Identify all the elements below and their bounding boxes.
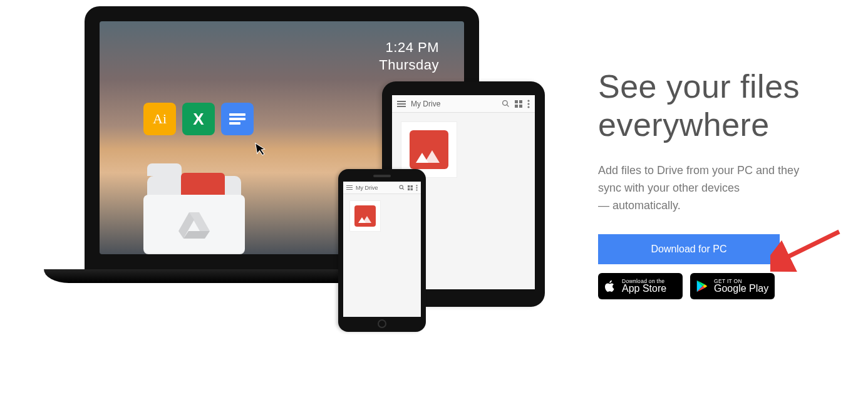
svg-point-3 <box>503 101 508 106</box>
google-play-badge[interactable]: GET IT ON Google Play <box>690 273 775 299</box>
view-grid-icon <box>515 100 522 108</box>
illustrator-icon: Ai <box>143 103 176 135</box>
menu-icon <box>397 100 406 108</box>
svg-rect-16 <box>408 188 410 190</box>
headline: See your files everywhere <box>598 68 842 145</box>
svg-rect-6 <box>519 100 522 103</box>
svg-point-11 <box>527 106 529 108</box>
phone-screen: My Drive <box>343 182 421 317</box>
svg-line-13 <box>403 188 404 190</box>
google-drive-icon <box>178 211 210 239</box>
google-play-icon <box>695 279 709 293</box>
play-bottom-line: Google Play <box>714 284 768 294</box>
svg-rect-14 <box>408 185 410 187</box>
photo-file-icon <box>410 130 448 169</box>
phone-device: My Drive <box>338 169 426 332</box>
svg-rect-7 <box>515 105 518 108</box>
svg-rect-15 <box>411 185 413 187</box>
tablet-app-bar: My Drive <box>392 95 535 113</box>
more-icon <box>416 185 418 191</box>
phone-title: My Drive <box>356 185 396 191</box>
svg-marker-2 <box>183 231 210 239</box>
drive-folder-icon <box>143 160 250 254</box>
clock-day: Thursday <box>379 56 439 74</box>
tablet-title: My Drive <box>411 100 497 108</box>
store-badges: Download on the App Store GET IT ON Goog… <box>598 273 842 299</box>
svg-line-4 <box>507 105 509 106</box>
apple-icon <box>603 279 617 293</box>
svg-point-18 <box>416 185 417 186</box>
more-icon <box>527 100 530 108</box>
photo-file-icon <box>354 205 376 227</box>
svg-point-20 <box>416 189 417 190</box>
menu-icon <box>346 184 353 191</box>
svg-point-19 <box>416 187 417 188</box>
search-icon <box>502 100 510 108</box>
desktop-icons: Ai X <box>143 103 254 135</box>
svg-rect-5 <box>515 100 518 103</box>
download-pc-button[interactable]: Download for PC <box>598 234 780 264</box>
phone-app-bar: My Drive <box>343 182 421 194</box>
desktop-clock: 1:24 PM Thursday <box>379 39 439 73</box>
appstore-bottom-line: App Store <box>622 284 666 294</box>
promo-panel: See your files everywhere Add files to D… <box>598 68 842 299</box>
svg-rect-8 <box>519 105 522 108</box>
view-grid-icon <box>408 185 413 190</box>
docs-icon <box>221 103 254 135</box>
phone-file-thumbnail <box>349 200 381 232</box>
svg-rect-17 <box>411 188 413 190</box>
svg-point-12 <box>400 185 403 188</box>
mouse-cursor-icon <box>255 141 269 162</box>
description: Add files to Drive from your PC and they… <box>598 162 811 215</box>
sheets-icon: X <box>182 103 215 135</box>
svg-point-10 <box>527 103 529 105</box>
clock-time: 1:24 PM <box>379 39 439 56</box>
devices-illustration: 1:24 PM Thursday Ai X <box>25 0 576 351</box>
svg-point-9 <box>527 100 529 101</box>
app-store-badge[interactable]: Download on the App Store <box>598 273 683 299</box>
search-icon <box>399 185 405 190</box>
